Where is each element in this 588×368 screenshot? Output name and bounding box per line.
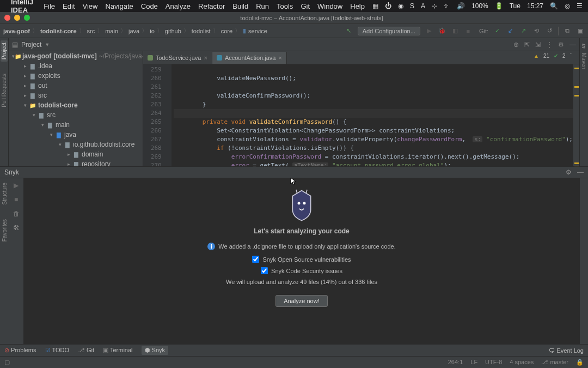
project-tree[interactable]: ▾📁 java-goof [todolist-mvc] ~/Projects/j… [9,51,143,166]
snyk-check-code[interactable]: Snyk Code Security issues [261,267,342,274]
status-icon[interactable]: ⏻ [385,2,391,10]
bottom-tab-git[interactable]: ⎇ Git [78,347,94,354]
line-gutter[interactable]: 2592602612622632642652662672682692702712… [143,64,171,166]
tree-item[interactable]: ▾▇main [9,120,143,130]
tree-item[interactable]: ▾▇src [9,110,143,120]
tree-root[interactable]: ▾📁 java-goof [todolist-mvc] ~/Projects/j… [9,51,143,61]
status-icon[interactable]: S [410,2,414,10]
tree-item[interactable]: ▸▇exploits [9,71,143,81]
crumb[interactable]: java [128,28,139,34]
menubar-app-name[interactable]: IntelliJ IDEA [11,0,36,14]
crumb[interactable]: github [165,28,181,34]
git-branch[interactable]: ⎇ master [541,359,568,366]
breadcrumb[interactable]: java-goof〉 todolist-core〉 src〉 main〉 jav… [3,27,267,35]
run-icon[interactable]: ▶ [14,182,19,189]
close-icon[interactable]: × [204,55,207,61]
menu-view[interactable]: View [83,2,98,10]
file-encoding[interactable]: UTF-8 [485,359,502,366]
menu-file[interactable]: File [44,2,55,10]
bottom-tab-snyk[interactable]: ⬢ Snyk [142,346,169,355]
crumb[interactable]: todolist-core [40,28,77,34]
tree-package[interactable]: ▾▇io.github.todolist.core [9,140,143,149]
add-configuration-button[interactable]: Add Configuration... [358,27,420,35]
side-tab-favorites[interactable]: Favorites [2,217,8,244]
git-commit-icon[interactable]: ✓ [493,27,501,35]
side-tab-pull-requests[interactable]: Pull Requests [1,71,7,110]
wrench-icon[interactable]: 🛠 [13,224,20,232]
snyk-check-opensource[interactable]: Snyk Open Source vulnerabilities [252,256,351,263]
wifi-icon[interactable]: ⊹ [432,2,437,10]
side-tab-project[interactable]: Project [1,40,8,62]
status-icon[interactable]: ◉ [398,2,403,10]
crumb[interactable]: io [150,28,155,34]
side-tab-maven[interactable]: m [581,41,587,51]
menu-tools[interactable]: Tools [277,2,293,10]
event-log-button[interactable]: 🗨 Event Log [549,347,584,354]
stop-icon[interactable]: ■ [464,27,473,35]
inspection-widget[interactable]: ▲21 ✔2 ˇ [534,53,572,59]
collapse-all-icon[interactable]: ⇲ [535,41,541,49]
gear-icon[interactable]: ⚙ [566,168,572,176]
menu-refactor[interactable]: Refactor [198,2,225,10]
tree-item[interactable]: ▾▇java [9,130,143,140]
menu-navigate[interactable]: Navigate [105,2,133,10]
bottom-tab-terminal[interactable]: ▣ Terminal [103,347,132,354]
crumb[interactable]: java-goof [3,28,30,34]
crumb[interactable]: src [87,28,95,34]
menu-edit[interactable]: Edit [63,2,75,10]
volume-icon[interactable]: 🔊 [457,2,465,10]
tree-item[interactable]: ▸▇src [9,91,143,100]
bottom-tab-todo[interactable]: ☑ TODO [45,347,69,354]
menu-help[interactable]: Help [350,2,365,10]
project-header-label[interactable]: Project [21,41,41,49]
hide-icon[interactable]: — [569,41,576,49]
analyze-now-button[interactable]: Analyze now! [275,295,327,307]
tree-item[interactable]: ▸▇repository [9,159,143,166]
git-update-icon[interactable]: ↙ [506,27,514,35]
status-indicator-icon[interactable]: ▢ [4,359,10,366]
trash-icon[interactable]: 🗑 [13,210,20,218]
search-everywhere-icon[interactable]: ⧉ [563,27,572,35]
tree-item[interactable]: ▸▇.idea [9,61,143,71]
git-push-icon[interactable]: ↗ [519,27,528,35]
expand-all-icon[interactable]: ⇱ [524,41,530,49]
side-tab-structure[interactable]: Structure [2,180,8,207]
menu-analyze[interactable]: Analyze [166,2,191,10]
settings-icon[interactable]: ▣ [576,27,585,35]
status-icon[interactable]: ▦ [372,2,378,10]
tree-item[interactable]: ▸▇out [9,81,143,91]
checkbox[interactable] [261,267,268,274]
side-tab-maven-label[interactable]: Maven [581,51,587,71]
editor-tab[interactable]: AccountAction.java × [212,52,287,64]
close-icon[interactable]: × [278,55,281,61]
status-icon[interactable]: A [421,2,425,10]
caret-position[interactable]: 264:1 [448,359,463,366]
menu-run[interactable]: Run [256,2,269,10]
hammer-icon[interactable]: ↖ [345,27,353,35]
select-opened-file-icon[interactable]: ⊕ [513,41,519,49]
line-separator[interactable]: LF [470,359,477,366]
code-lines[interactable]: validateNewPassword(); validateConfirmPa… [171,64,573,166]
chevron-down-icon[interactable]: ▼ [45,42,50,47]
stop-icon[interactable]: ■ [14,196,18,203]
lock-icon[interactable]: 🔒 [576,359,584,366]
error-stripe[interactable] [573,64,579,166]
menu-code[interactable]: Code [141,2,158,10]
code-editor[interactable]: 2592602612622632642652662672682692702712… [143,64,579,166]
menu-git[interactable]: Git [301,2,310,10]
hide-icon[interactable]: — [577,168,584,176]
search-icon[interactable]: 🔍 [550,2,558,10]
coverage-icon[interactable]: ◧ [451,27,460,35]
gear-icon[interactable]: ⚙ [558,41,564,49]
checkbox[interactable] [252,256,259,263]
battery-icon[interactable]: 🔋 [495,2,503,10]
window-zoom-button[interactable] [24,15,30,21]
menu-window[interactable]: Window [317,2,342,10]
history-icon[interactable]: ⟲ [532,27,541,35]
snyk-label[interactable]: Snyk [4,168,19,176]
tree-module[interactable]: ▾📁todolist-core [9,100,143,110]
crumb[interactable]: todolist [192,28,211,34]
indent-settings[interactable]: 4 spaces [510,359,534,366]
siri-icon[interactable]: ◎ [565,2,570,10]
wifi-icon[interactable]: ᯤ [444,2,450,10]
